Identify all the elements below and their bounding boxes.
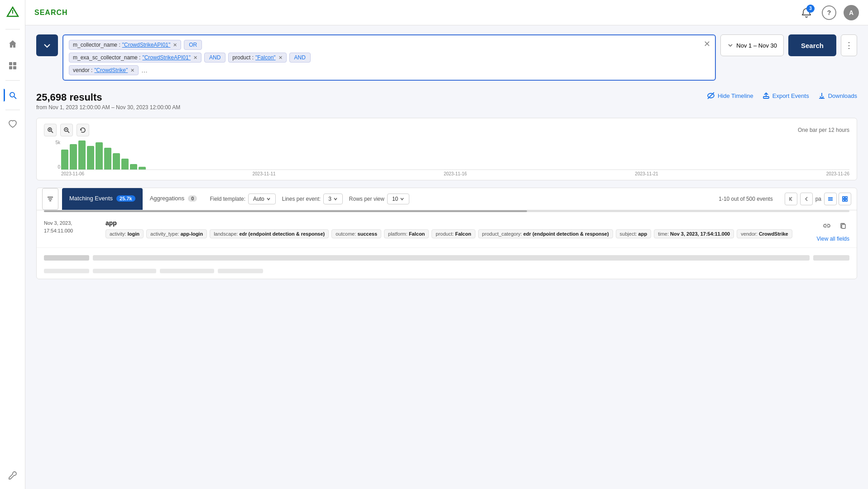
tag-operator-and-2[interactable]: AND — [289, 53, 311, 63]
tag-value-exa[interactable]: "CrowdStrikeAPI01" — [142, 54, 191, 61]
pagination-controls: pa — [785, 193, 851, 205]
rows-per-view-value: 10 — [392, 196, 398, 202]
sidebar-item-home[interactable] — [4, 35, 22, 53]
event-fields: activity: login activity_type: app-login… — [106, 229, 810, 238]
prev-page-button[interactable] — [800, 193, 813, 205]
lines-per-event-value: 3 — [328, 196, 331, 202]
field-subject: subject: app — [616, 229, 652, 238]
sidebar-item-search[interactable] — [4, 86, 22, 104]
event-timestamp: Nov 3, 2023,17:54:11.000 — [44, 219, 98, 242]
more-options-button[interactable]: ⋮ — [841, 34, 857, 56]
field-template-select[interactable]: Auto — [248, 194, 276, 204]
lines-per-event-select[interactable]: 3 — [323, 194, 343, 204]
sidebar-divider-3 — [5, 110, 20, 110]
sidebar — [0, 0, 25, 489]
downloads-button[interactable]: Downloads — [818, 92, 857, 99]
chart-bar — [121, 159, 129, 169]
tab-matching-events[interactable]: Matching Events 25.7k — [62, 188, 143, 210]
avatar[interactable]: A — [844, 5, 859, 20]
export-events-label: Export Events — [772, 92, 809, 99]
chart-bar — [130, 164, 137, 169]
tag-value-vendor[interactable]: "CrowdStrike" — [94, 67, 128, 73]
tag-value-collector[interactable]: "CrowdStrikeAPI01" — [122, 42, 171, 48]
tab-aggregations[interactable]: Aggregations 0 — [143, 188, 205, 210]
tag-operator-and-1[interactable]: AND — [204, 53, 225, 63]
scroll-indicator[interactable] — [44, 210, 849, 212]
tag-value-product[interactable]: "Falcon" — [255, 54, 276, 61]
chart-x-label-4: 2023-11-21 — [635, 171, 658, 176]
export-events-button[interactable]: Export Events — [762, 92, 809, 99]
downloads-label: Downloads — [828, 92, 857, 99]
chart-x-labels: 2023-11-06 2023-11-11 2023-11-16 2023-11… — [61, 171, 849, 176]
hide-timeline-button[interactable]: Hide Timeline — [707, 92, 753, 100]
svg-rect-3 — [13, 62, 16, 65]
tag-close-vendor[interactable]: ✕ — [130, 68, 134, 73]
grid-view-button[interactable] — [839, 193, 851, 205]
svg-rect-31 — [842, 224, 845, 228]
filter-button[interactable] — [42, 188, 58, 210]
help-button[interactable]: ? — [822, 5, 836, 20]
blurred-event-rows — [37, 248, 857, 279]
page-label: pa — [815, 196, 821, 202]
search-tag-product: product : "Falcon" ✕ — [228, 53, 286, 63]
field-template-group: Field template: Auto — [210, 194, 275, 204]
search-mode-button[interactable] — [36, 34, 58, 56]
chart-controls — [44, 124, 89, 136]
sidebar-item-dashboard[interactable] — [4, 57, 22, 75]
notifications-button[interactable]: 3 — [798, 5, 815, 21]
chart-x-label-2: 2023-11-11 — [252, 171, 275, 176]
chart-area: One bar per 12 hours 5k 0 — [36, 118, 857, 180]
chart-interval-label: One bar per 12 hours — [798, 127, 849, 133]
chart-y-max: 5k — [44, 140, 60, 145]
svg-rect-2 — [9, 62, 12, 65]
search-tags-row-3: vendor : "CrowdStrike" ✕ ... — [69, 65, 710, 75]
svg-rect-27 — [845, 197, 847, 199]
svg-line-17 — [67, 131, 69, 133]
reset-zoom-button[interactable] — [77, 124, 89, 136]
aggregations-label: Aggregations — [150, 195, 185, 202]
zoom-in-button[interactable] — [44, 124, 57, 136]
app-logo — [5, 5, 21, 21]
rows-per-view-group: Rows per view 10 — [349, 194, 409, 204]
chart-bars — [61, 140, 849, 169]
inline-controls: Field template: Auto Lines per event: 3 — [210, 193, 851, 205]
sidebar-divider-2 — [5, 80, 20, 81]
sidebar-item-tools[interactable] — [4, 466, 22, 484]
event-copy-button[interactable] — [837, 219, 849, 232]
svg-rect-29 — [845, 199, 847, 201]
field-activity: activity: login — [106, 229, 144, 238]
search-clear-button[interactable]: ✕ — [704, 40, 710, 48]
event-name: app — [106, 219, 810, 227]
date-picker-button[interactable]: Nov 1 – Nov 30 — [720, 34, 784, 56]
tag-close-product[interactable]: ✕ — [278, 55, 283, 61]
search-tag-collector: m_collector_name : "CrowdStrikeAPI01" ✕ — [69, 40, 181, 50]
event-content: app activity: login activity_type: app-l… — [106, 219, 810, 242]
search-execute-button[interactable]: Search — [788, 34, 836, 56]
event-link-button[interactable] — [820, 219, 833, 232]
view-all-fields-link[interactable]: View all fields — [817, 236, 849, 242]
search-ellipsis[interactable]: ... — [141, 66, 147, 74]
svg-line-13 — [51, 131, 53, 133]
chart-bar — [113, 153, 120, 169]
tag-close-exa[interactable]: ✕ — [193, 55, 197, 61]
sidebar-item-favorites[interactable] — [4, 116, 22, 134]
list-view-button[interactable] — [824, 193, 837, 205]
hide-timeline-label: Hide Timeline — [718, 92, 753, 99]
rows-per-view-label: Rows per view — [349, 196, 384, 202]
chart-bar — [61, 150, 68, 169]
svg-rect-10 — [763, 97, 769, 98]
event-actions: View all fields — [817, 219, 849, 242]
first-page-button[interactable] — [785, 193, 797, 205]
field-activity-type: activity_type: app-login — [146, 229, 207, 238]
field-outcome: outcome: success — [331, 229, 381, 238]
matching-events-badge: 25.7k — [116, 195, 135, 202]
results-actions: Hide Timeline Export Events Downloads — [707, 92, 857, 100]
tag-operator-or[interactable]: OR — [184, 40, 202, 50]
main-content: SEARCH 3 ? A — [25, 0, 868, 489]
zoom-out-button[interactable] — [60, 124, 73, 136]
rows-per-view-select[interactable]: 10 — [387, 194, 409, 204]
svg-rect-28 — [843, 199, 844, 201]
top-header: SEARCH 3 ? A — [25, 0, 868, 25]
search-tags-row-2: m_exa_sc_collector_name : "CrowdStrikeAP… — [69, 53, 710, 63]
tag-close-collector[interactable]: ✕ — [173, 42, 177, 48]
